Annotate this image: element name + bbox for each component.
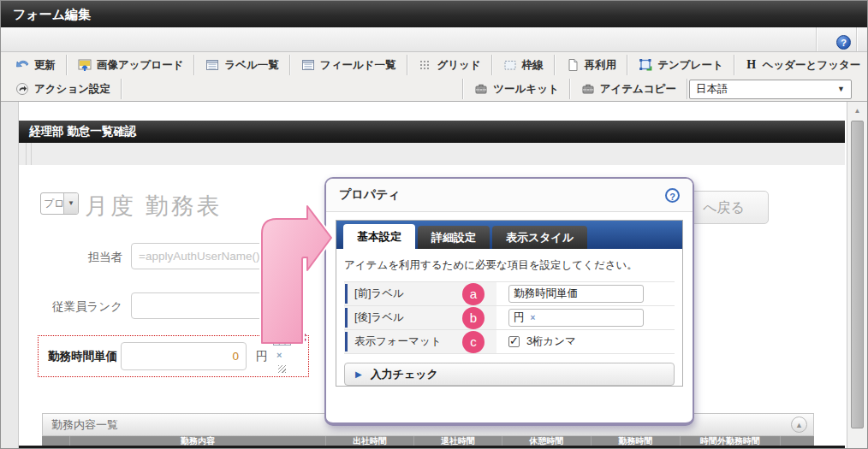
dialog-title: プロパティ: [339, 187, 401, 203]
work-list-section-title: 勤務内容一覧: [51, 418, 118, 431]
properties-dialog: プロパティ ? 基本設定 詳細設定 表示スタイル アイテムを利用するために必要な…: [324, 177, 694, 426]
item-copy-icon: [581, 82, 595, 96]
item-copy-button[interactable]: アイテムコピー: [572, 78, 686, 100]
button-label: グリッド: [437, 58, 481, 73]
form-canvas-title: 月度 勤務表: [85, 191, 223, 222]
button-label: ツールキット: [493, 82, 558, 97]
refresh-icon: [15, 58, 29, 72]
button-label: 枠線: [522, 58, 544, 73]
language-select-value: 日本語: [696, 82, 728, 97]
rank-field-label: 従業員ランク: [28, 299, 122, 315]
window-titlebar: フォーム編集: [1, 1, 867, 27]
button-label: テンプレート: [657, 58, 722, 73]
button-label: ラベル一覧: [224, 58, 278, 73]
search-icon[interactable]: [273, 297, 290, 314]
form-section-bar: 経理部 勤怠一覧確認: [19, 121, 845, 143]
dialog-description: アイテムを利用するために必要な項目を設定してください。: [336, 249, 682, 281]
divider: [31, 143, 32, 165]
delete-item-icon[interactable]: ✖: [296, 330, 307, 346]
header-footer-button[interactable]: H ヘッダーとフッター: [736, 54, 868, 76]
button-label: アクション設定: [34, 82, 110, 97]
language-select[interactable]: 日本語 ▼: [689, 80, 852, 99]
property-label-text: 表示フォーマット: [354, 334, 441, 349]
remove-icon[interactable]: ×: [531, 313, 536, 322]
divider: [856, 27, 857, 51]
field-list-icon: [301, 58, 315, 72]
divider: [26, 143, 27, 165]
grid-button[interactable]: グリッド: [409, 54, 490, 76]
property-label-text: [前]ラベル: [354, 287, 404, 301]
form-section-title: 経理部 勤怠一覧確認: [29, 125, 136, 138]
label-list-button[interactable]: ラベル一覧: [196, 54, 288, 76]
tab-display-style[interactable]: 表示スタイル: [492, 226, 587, 249]
table-column-overtime: 時間外勤務時間: [680, 436, 780, 446]
toolbar-separator: [569, 79, 571, 99]
collapse-up-icon[interactable]: ▲: [791, 417, 807, 433]
image-upload-icon: [78, 58, 92, 72]
toolbar-separator: [734, 55, 735, 75]
grid-icon: [419, 58, 432, 72]
form-editor-window: フォーム編集 ? 更新 画像アップロード ラベル一覧: [0, 0, 868, 449]
help-icon[interactable]: ?: [836, 35, 851, 50]
image-upload-button[interactable]: 画像アップロード: [68, 54, 193, 76]
tab-basic-settings[interactable]: 基本設定: [343, 224, 415, 249]
property-value: 3桁カンマ: [496, 330, 675, 353]
dialog-tabbar: 基本設定 詳細設定 表示スタイル: [336, 221, 682, 249]
resize-handle[interactable]: [278, 365, 286, 373]
toolbar-separator: [687, 79, 688, 99]
input-check-section[interactable]: ▶ 入力チェック: [344, 363, 675, 386]
template-button[interactable]: テンプレート: [629, 54, 732, 76]
toolkit-button[interactable]: ツールキット: [465, 78, 568, 100]
update-button[interactable]: 更新: [6, 54, 65, 76]
template-icon: [639, 58, 652, 72]
header-footer-icon: H: [746, 58, 758, 72]
vertical-scrollbar[interactable]: ▲: [847, 102, 867, 448]
reuse-button[interactable]: 再利用: [556, 54, 627, 76]
toolbar-row-1: 更新 画像アップロード ラベル一覧 フィールド一覧 グリッド: [6, 53, 862, 77]
property-label-text: [後]ラベル: [354, 310, 404, 325]
dialog-body: 基本設定 詳細設定 表示スタイル アイテムを利用するために必要な項目を設定してく…: [336, 220, 683, 387]
canvas-mini-select[interactable]: プロパティ ▼: [40, 192, 79, 215]
property-rows: [前]ラベル a 勤務時間単価 [後]ラベル b: [344, 281, 675, 354]
work-table-header: 勤務内容 出社時間 退社時間 休憩時間 勤務時間 時間外勤務時間: [42, 436, 814, 446]
field-list-button[interactable]: フィールド一覧: [292, 54, 406, 76]
chevron-down-icon: ▼: [837, 85, 845, 93]
toolbar: 更新 画像アップロード ラベル一覧 フィールド一覧 グリッド: [1, 52, 867, 102]
property-label: [後]ラベル b: [344, 306, 496, 329]
suffix-remove-icon[interactable]: ×: [276, 350, 282, 360]
badge-c: c: [462, 331, 485, 353]
button-label: ヘッダーとフッター: [763, 58, 861, 73]
rear-label-input[interactable]: 円 ×: [508, 309, 644, 327]
table-column-empty: [42, 436, 69, 446]
toolbar-row-2: アクション設定 ツールキット アイテムコピー 日本語 ▼: [6, 77, 862, 101]
unit-price-field-group[interactable]: 勤務時間単価 円 × ✖: [38, 335, 309, 377]
property-row-front-label: [前]ラベル a 勤務時間単価: [344, 281, 675, 305]
unit-price-field-input[interactable]: [121, 342, 247, 370]
front-label-input[interactable]: 勤務時間単価: [508, 285, 644, 303]
toolbar-separator: [121, 79, 122, 99]
button-label: 画像アップロード: [97, 58, 183, 73]
dialog-help-icon[interactable]: ?: [665, 188, 680, 203]
table-settings-icon[interactable]: [273, 333, 291, 346]
button-label: 更新: [34, 58, 56, 73]
table-column-end-time: 退社時間: [413, 436, 502, 446]
chevron-right-icon: ▶: [355, 369, 362, 379]
button-label: アイテムコピー: [600, 82, 676, 97]
label-list-icon: [205, 58, 219, 72]
property-row-rear-label: [後]ラベル b 円 ×: [344, 305, 675, 329]
border-button[interactable]: 枠線: [494, 54, 553, 76]
chevron-down-icon[interactable]: ▼: [63, 193, 78, 214]
button-label: 再利用: [585, 58, 617, 73]
rank-field-input[interactable]: [131, 292, 269, 319]
toolbar-separator: [66, 55, 68, 75]
input-value: 勤務時間単価: [514, 287, 578, 301]
next-section-bar: [19, 446, 845, 449]
tab-detail-settings[interactable]: 詳細設定: [418, 226, 490, 249]
toolkit-icon: [474, 82, 488, 96]
checkbox-label: 3桁カンマ: [526, 334, 576, 349]
comma-format-checkbox[interactable]: [508, 336, 520, 347]
staff-field-input[interactable]: [131, 243, 269, 269]
scroll-up-icon[interactable]: ▲: [850, 104, 865, 117]
scrollbar-thumb[interactable]: [851, 121, 864, 428]
action-settings-button[interactable]: アクション設定: [6, 78, 120, 100]
